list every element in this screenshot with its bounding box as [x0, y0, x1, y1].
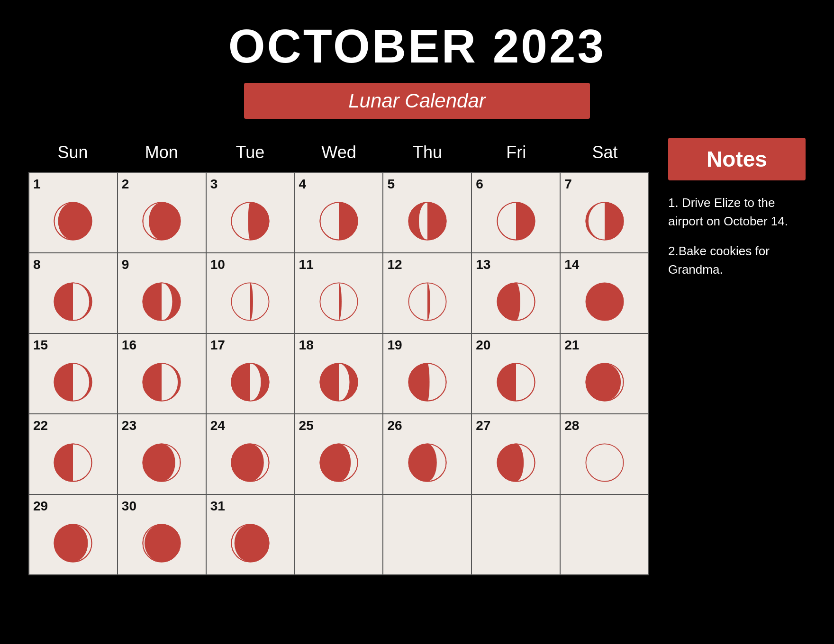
moon-phase-waning_gibbous_large	[122, 355, 202, 410]
moon-phase-new_waxing_small	[210, 516, 290, 571]
svg-point-61	[586, 283, 623, 320]
date-number: 28	[564, 418, 579, 433]
date-number: 24	[210, 418, 225, 433]
calendar-day-19: 19	[383, 334, 472, 414]
date-number: 17	[210, 338, 225, 353]
notes-section: Notes 1. Drive Elize to the airport on O…	[668, 138, 806, 290]
calendar-day-1: 1	[29, 173, 118, 253]
moon-phase-waning_gibbous_medium	[299, 355, 379, 410]
date-number: 1	[33, 177, 41, 192]
empty-cell-end	[383, 495, 472, 575]
calendar-day-15: 15	[29, 334, 118, 414]
moon-phase-full_moon_light	[210, 274, 290, 329]
date-number: 30	[122, 499, 136, 514]
moon-phase-new_moon_outline	[564, 435, 644, 490]
notes-content: 1. Drive Elize to the airport on October…	[668, 194, 806, 290]
moon-phase-waning_gibbous_large	[33, 355, 113, 410]
moon-phase-waning_crescent_large	[122, 435, 202, 490]
page-title: OCTOBER 2023	[228, 19, 606, 73]
note-2: 2.Bake cookies for Grandma.	[668, 242, 806, 279]
day-mon: Mon	[117, 138, 206, 172]
calendar-day-11: 11	[295, 253, 384, 334]
date-number: 31	[210, 499, 225, 514]
calendar-day-14: 14	[561, 253, 649, 334]
svg-point-132	[586, 444, 623, 481]
subtitle-text: Lunar Calendar	[348, 89, 486, 112]
day-sun: Sun	[28, 138, 117, 172]
calendar-section: Sun Mon Tue Wed Thu Fri Sat 1 2	[28, 138, 649, 575]
calendar-day-17: 17	[207, 334, 295, 414]
date-number: 19	[387, 338, 402, 353]
day-fri: Fri	[472, 138, 561, 172]
moon-phase-third_quarter_plus	[387, 355, 467, 410]
main-content: Sun Mon Tue Wed Thu Fri Sat 1 2	[28, 138, 806, 575]
calendar-day-22: 22	[29, 414, 118, 495]
calendar-day-7: 7	[561, 173, 649, 253]
day-headers: Sun Mon Tue Wed Thu Fri Sat	[28, 138, 649, 172]
calendar-day-24: 24	[207, 414, 295, 495]
calendar-day-2: 2	[118, 173, 207, 253]
moon-phase-waxing_crescent_medium	[122, 194, 202, 249]
date-number: 22	[33, 418, 48, 433]
date-number: 27	[476, 418, 490, 433]
calendar-day-27: 27	[472, 414, 561, 495]
date-number: 25	[299, 418, 314, 433]
date-number: 29	[33, 499, 48, 514]
moon-phase-third_quarter	[476, 355, 556, 410]
date-number: 26	[387, 418, 402, 433]
empty-cell-end	[295, 495, 384, 575]
date-number: 20	[476, 338, 490, 353]
date-number: 12	[387, 257, 402, 272]
date-number: 2	[122, 177, 129, 192]
calendar-day-21: 21	[561, 334, 649, 414]
date-number: 5	[387, 177, 395, 192]
date-number: 8	[33, 257, 41, 272]
calendar-day-30: 30	[118, 495, 207, 575]
calendar-day-18: 18	[295, 334, 384, 414]
moon-phase-first_quarter	[476, 194, 556, 249]
date-number: 11	[299, 257, 314, 272]
moon-phase-waning_crescent_nearly	[564, 355, 644, 410]
date-number: 3	[210, 177, 218, 192]
calendar-day-26: 26	[383, 414, 472, 495]
calendar-day-12: 12	[383, 253, 472, 334]
calendar-day-29: 29	[29, 495, 118, 575]
calendar-day-23: 23	[118, 414, 207, 495]
moon-phase-first_quarter	[299, 194, 379, 249]
moon-phase-full_red	[564, 274, 644, 329]
calendar-day-31: 31	[207, 495, 295, 575]
moon-phase-waxing_gibbous_small	[387, 194, 467, 249]
date-number: 9	[122, 257, 129, 272]
calendar-day-25: 25	[295, 414, 384, 495]
calendar-day-4: 4	[295, 173, 384, 253]
calendar-day-9: 9	[118, 253, 207, 334]
calendar-day-20: 20	[472, 334, 561, 414]
day-tue: Tue	[206, 138, 294, 172]
moon-phase-waning_gibbous_medium	[210, 355, 290, 410]
calendar-day-13: 13	[472, 253, 561, 334]
moon-phase-full_moon_light	[387, 274, 467, 329]
moon-phase-waning_gibbous_medium	[122, 274, 202, 329]
date-number: 18	[299, 338, 314, 353]
moon-phase-first_quarter_plus	[210, 194, 290, 249]
notes-title: Notes	[707, 147, 767, 171]
moon-phase-waning_crescent_small	[387, 435, 467, 490]
calendar-day-5: 5	[383, 173, 472, 253]
moon-phase-waning_crescent_large	[210, 435, 290, 490]
day-thu: Thu	[383, 138, 472, 172]
moon-phase-waning_gibbous_half	[476, 274, 556, 329]
note-1: 1. Drive Elize to the airport on October…	[668, 194, 806, 231]
notes-header: Notes	[668, 138, 806, 180]
date-number: 4	[299, 177, 307, 192]
day-wed: Wed	[294, 138, 383, 172]
moon-phase-waning_gibbous_large	[33, 274, 113, 329]
moon-phase-full_moon_light	[299, 274, 379, 329]
date-number: 10	[210, 257, 225, 272]
subtitle-bar: Lunar Calendar	[244, 83, 590, 119]
moon-phase-waxing_gibbous_nearly	[564, 194, 644, 249]
date-number: 7	[564, 177, 572, 192]
moon-phase-new_waxing_tiny	[122, 516, 202, 571]
moon-phase-waning_crescent_medium	[299, 435, 379, 490]
date-number: 6	[476, 177, 483, 192]
calendar-day-10: 10	[207, 253, 295, 334]
